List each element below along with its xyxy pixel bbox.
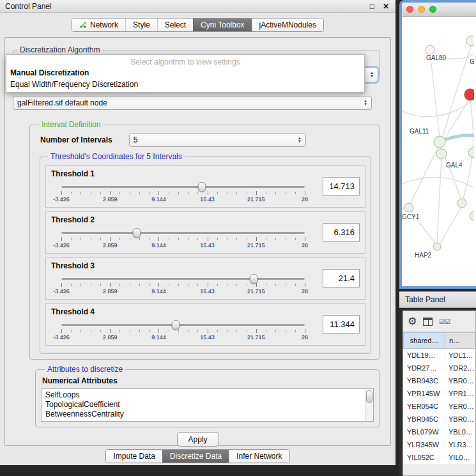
table-cell[interactable]: YER054C: [403, 403, 445, 410]
list-item[interactable]: SelfLoops: [45, 390, 364, 400]
gear-icon[interactable]: ⚙: [408, 316, 417, 326]
network-node[interactable]: [433, 243, 441, 250]
zoom-traffic-light[interactable]: [429, 6, 436, 13]
node-table-panel: ⚙ ☑☑ shared… n… YDL19… YDL1… YDR27… YDR2…: [399, 309, 476, 476]
major-tick: [256, 237, 257, 241]
numerical-attributes-list[interactable]: SelfLoops TopologicalCoefficient Between…: [41, 388, 374, 422]
threshold-slider[interactable]: -3.426 2.859 9.144 15.43 21.715 28: [61, 273, 305, 298]
table-cell[interactable]: YPR1…: [445, 390, 475, 397]
table-cell[interactable]: YLR3…: [445, 441, 475, 449]
slider-handle[interactable]: [133, 228, 141, 238]
table-cell[interactable]: YBL0…: [445, 428, 475, 436]
table-cell[interactable]: YPR145W: [403, 390, 445, 397]
close-icon[interactable]: ✕: [383, 2, 389, 11]
table-cell[interactable]: YBL079W: [403, 428, 445, 436]
slider-handle[interactable]: [249, 274, 257, 284]
scale-label: 28: [302, 196, 308, 203]
column-header-name[interactable]: n…: [445, 332, 475, 349]
table-row[interactable]: YBR043C YBR0…: [403, 374, 475, 387]
slider-track[interactable]: [61, 186, 305, 188]
tab-discretize-data[interactable]: Discretize Data: [162, 450, 229, 463]
network-node[interactable]: [426, 45, 434, 54]
network-node[interactable]: [466, 36, 474, 46]
dropdown-prompt: Select algorithm to view settings: [6, 56, 364, 67]
tab-impute-data[interactable]: Impute Data: [106, 450, 162, 463]
table-row[interactable]: YDL19… YDL1…: [403, 349, 475, 362]
thresholds-group-title: Threshold's Coordinates for 5 Intervals: [48, 152, 185, 161]
slider-handle[interactable]: [172, 320, 180, 330]
table-cell[interactable]: YER0…: [445, 403, 475, 410]
table-data-combobox[interactable]: galFiltered.sif default node ▲▼: [13, 96, 372, 110]
table-row[interactable]: YLR345W YLR3…: [403, 438, 475, 451]
threshold-value-field[interactable]: 6.316: [323, 223, 360, 242]
table-row[interactable]: YPR145W YPR1…: [403, 387, 475, 400]
number-of-intervals-combobox[interactable]: 5 ▲▼: [129, 133, 306, 147]
scale-label: 28: [302, 288, 308, 295]
table-cell[interactable]: YLR345W: [403, 441, 445, 449]
window-title: Control Panel: [5, 2, 52, 11]
list-item[interactable]: BetweennessCentrality: [45, 410, 364, 419]
column-header-shared-name[interactable]: shared…: [403, 332, 445, 349]
table-cell[interactable]: YBR045C: [403, 415, 445, 423]
table-cell[interactable]: YBR0…: [445, 377, 475, 385]
select-columns-icon[interactable]: ☑☑: [439, 318, 450, 325]
network-node[interactable]: [404, 203, 413, 212]
table-row[interactable]: YDR27… YDR2…: [403, 362, 475, 374]
table-row[interactable]: YBL079W YBL0…: [403, 426, 475, 438]
list-item[interactable]: TopologicalCoefficient: [45, 400, 364, 410]
slider-track[interactable]: [61, 324, 305, 326]
dropdown-option-equal-width-frequency[interactable]: Equal Width/Frequency Discretization: [6, 79, 364, 90]
apply-button[interactable]: Apply: [177, 432, 219, 447]
table-cell[interactable]: YIL0…: [445, 454, 475, 461]
table-cell[interactable]: YIL052C: [403, 454, 445, 461]
slider-handle[interactable]: [197, 182, 206, 192]
list-scrollbar[interactable]: [365, 389, 373, 421]
threshold-value-field[interactable]: 11.344: [323, 315, 360, 334]
table-cell[interactable]: YDL19…: [403, 351, 445, 359]
network-node-selected[interactable]: [464, 89, 474, 100]
table-cell[interactable]: YDL1…: [445, 351, 475, 359]
threshold-value-field[interactable]: 14.713: [323, 177, 360, 196]
tab-label: Discretize Data: [170, 452, 222, 461]
tab-network[interactable]: Network: [72, 19, 125, 31]
major-tick: [208, 237, 208, 241]
threshold-slider[interactable]: -3.426 2.859 9.144 15.43 21.715 28: [61, 319, 305, 344]
table-row[interactable]: YER054C YER0…: [403, 400, 475, 413]
tab-cyni-toolbox[interactable]: Cyni Toolbox: [193, 19, 251, 31]
tab-label: Cyni Toolbox: [201, 20, 244, 29]
columns-icon[interactable]: [423, 318, 433, 326]
major-tick: [158, 329, 159, 333]
threshold-slider[interactable]: -3.426 2.859 9.144 15.43 21.715 28: [61, 181, 305, 206]
slider-track[interactable]: [61, 278, 305, 280]
threshold-panel-2: Threshold 2 -3.426 2.859: [45, 211, 365, 254]
network-node[interactable]: [470, 211, 474, 220]
tab-select[interactable]: Select: [157, 19, 193, 31]
float-window-icon[interactable]: □: [370, 2, 374, 11]
table-row[interactable]: YIL052C YIL0…: [403, 451, 475, 464]
threshold-slider[interactable]: -3.426 2.859 9.144 15.43 21.715 28: [61, 227, 305, 252]
dropdown-option-manual-discretization[interactable]: Manual Discretization: [6, 67, 364, 79]
threshold-value-field[interactable]: 21.4: [323, 269, 360, 288]
table-cell[interactable]: YDR2…: [445, 364, 475, 372]
slider-ticks: [61, 238, 305, 240]
network-node[interactable]: [436, 149, 447, 159]
close-traffic-light[interactable]: [406, 6, 413, 13]
network-node[interactable]: [468, 148, 474, 158]
network-node[interactable]: [434, 136, 445, 148]
table-cell[interactable]: YBR0…: [445, 415, 475, 423]
table-cell[interactable]: YBR043C: [403, 377, 445, 385]
scrollbar-thumb[interactable]: [366, 390, 372, 403]
tab-infer-network[interactable]: Infer Network: [229, 450, 289, 463]
network-canvas[interactable]: GAL80 GAL11 GAL4 GCY1 HAP2 GA: [402, 17, 476, 286]
slider-track[interactable]: [61, 232, 305, 234]
table-cell[interactable]: YDR27…: [403, 364, 445, 372]
tab-style[interactable]: Style: [125, 19, 157, 31]
table-row[interactable]: YBR045C YBR0…: [403, 413, 475, 426]
major-tick: [256, 329, 257, 333]
tab-jactivemnodules[interactable]: jActiveMNodules: [252, 19, 323, 31]
network-node[interactable]: [457, 199, 466, 208]
major-tick: [110, 283, 111, 287]
scale-label: 15.43: [200, 334, 215, 341]
minimize-traffic-light[interactable]: [418, 6, 425, 13]
network-tab-icon: [79, 21, 87, 29]
